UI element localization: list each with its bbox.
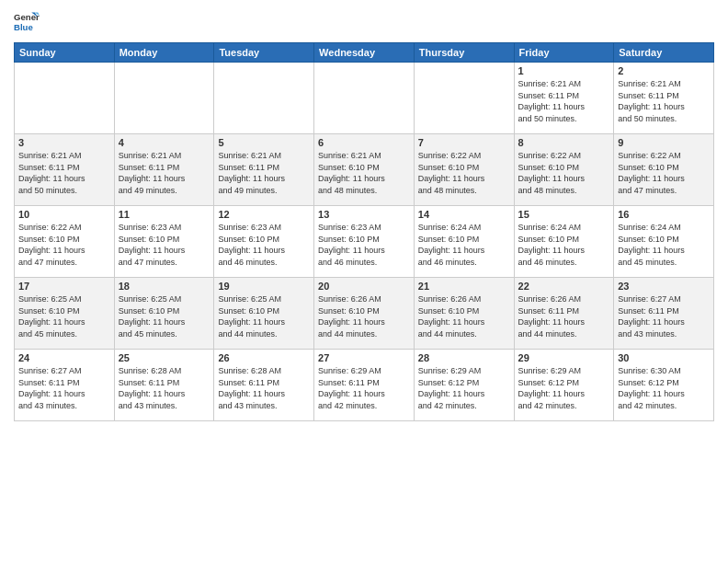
day-info: Sunrise: 6:21 AM Sunset: 6:11 PM Dayligh…: [119, 150, 210, 196]
day-info: Sunrise: 6:21 AM Sunset: 6:11 PM Dayligh…: [518, 78, 610, 124]
day-cell: 23Sunrise: 6:27 AM Sunset: 6:11 PM Dayli…: [614, 278, 714, 350]
day-info: Sunrise: 6:28 AM Sunset: 6:11 PM Dayligh…: [119, 365, 210, 411]
day-number: 19: [218, 281, 310, 292]
day-cell: 19Sunrise: 6:25 AM Sunset: 6:10 PM Dayli…: [214, 278, 314, 350]
day-header-monday: Monday: [114, 43, 214, 63]
day-info: Sunrise: 6:22 AM Sunset: 6:10 PM Dayligh…: [418, 150, 510, 196]
day-info: Sunrise: 6:27 AM Sunset: 6:11 PM Dayligh…: [18, 365, 110, 411]
day-info: Sunrise: 6:24 AM Sunset: 6:10 PM Dayligh…: [418, 222, 510, 268]
day-cell: 17Sunrise: 6:25 AM Sunset: 6:10 PM Dayli…: [15, 278, 115, 350]
day-number: 12: [218, 209, 310, 220]
day-cell: 5Sunrise: 6:21 AM Sunset: 6:11 PM Daylig…: [214, 134, 314, 206]
day-cell: 1Sunrise: 6:21 AM Sunset: 6:11 PM Daylig…: [514, 63, 614, 134]
day-info: Sunrise: 6:21 AM Sunset: 6:11 PM Dayligh…: [18, 150, 110, 196]
day-number: 13: [318, 209, 410, 220]
svg-text:Blue: Blue: [14, 22, 33, 32]
day-info: Sunrise: 6:22 AM Sunset: 6:10 PM Dayligh…: [618, 150, 710, 196]
day-number: 28: [418, 352, 510, 363]
day-info: Sunrise: 6:25 AM Sunset: 6:10 PM Dayligh…: [218, 293, 310, 339]
day-cell: 16Sunrise: 6:24 AM Sunset: 6:10 PM Dayli…: [614, 206, 714, 278]
day-cell: 11Sunrise: 6:23 AM Sunset: 6:10 PM Dayli…: [114, 206, 214, 278]
day-info: Sunrise: 6:23 AM Sunset: 6:10 PM Dayligh…: [318, 222, 410, 268]
day-number: 30: [618, 352, 710, 363]
day-cell: 25Sunrise: 6:28 AM Sunset: 6:11 PM Dayli…: [114, 350, 214, 421]
day-info: Sunrise: 6:21 AM Sunset: 6:11 PM Dayligh…: [218, 150, 310, 196]
day-number: 2: [618, 65, 710, 76]
day-info: Sunrise: 6:25 AM Sunset: 6:10 PM Dayligh…: [119, 293, 210, 339]
day-info: Sunrise: 6:28 AM Sunset: 6:11 PM Dayligh…: [218, 365, 310, 411]
day-number: 20: [318, 281, 410, 292]
day-header-thursday: Thursday: [414, 43, 514, 63]
logo: General Blue: [14, 9, 40, 35]
day-cell: 12Sunrise: 6:23 AM Sunset: 6:10 PM Dayli…: [214, 206, 314, 278]
day-number: 11: [119, 209, 210, 220]
day-number: 3: [18, 137, 110, 148]
day-number: 5: [218, 137, 310, 148]
day-number: 15: [518, 209, 610, 220]
header: General Blue: [14, 9, 714, 35]
day-number: 14: [418, 209, 510, 220]
day-info: Sunrise: 6:29 AM Sunset: 6:12 PM Dayligh…: [518, 365, 610, 411]
day-number: 7: [418, 137, 510, 148]
logo-icon: General Blue: [14, 9, 40, 35]
day-info: Sunrise: 6:26 AM Sunset: 6:10 PM Dayligh…: [418, 293, 510, 339]
page: General Blue SundayMondayTuesdayWednesda…: [0, 0, 728, 563]
day-number: 24: [18, 352, 110, 363]
day-cell: 8Sunrise: 6:22 AM Sunset: 6:10 PM Daylig…: [514, 134, 614, 206]
day-info: Sunrise: 6:23 AM Sunset: 6:10 PM Dayligh…: [119, 222, 210, 268]
day-cell: [414, 63, 514, 134]
day-header-friday: Friday: [514, 43, 614, 63]
day-cell: 13Sunrise: 6:23 AM Sunset: 6:10 PM Dayli…: [314, 206, 415, 278]
day-info: Sunrise: 6:24 AM Sunset: 6:10 PM Dayligh…: [518, 222, 610, 268]
day-cell: 27Sunrise: 6:29 AM Sunset: 6:11 PM Dayli…: [314, 350, 415, 421]
calendar-table: SundayMondayTuesdayWednesdayThursdayFrid…: [14, 42, 714, 421]
day-cell: 10Sunrise: 6:22 AM Sunset: 6:10 PM Dayli…: [15, 206, 115, 278]
day-cell: 22Sunrise: 6:26 AM Sunset: 6:11 PM Dayli…: [514, 278, 614, 350]
day-cell: 20Sunrise: 6:26 AM Sunset: 6:10 PM Dayli…: [314, 278, 415, 350]
day-info: Sunrise: 6:21 AM Sunset: 6:10 PM Dayligh…: [318, 150, 410, 196]
day-number: 10: [18, 209, 110, 220]
day-info: Sunrise: 6:30 AM Sunset: 6:12 PM Dayligh…: [618, 365, 710, 411]
day-info: Sunrise: 6:23 AM Sunset: 6:10 PM Dayligh…: [218, 222, 310, 268]
day-header-saturday: Saturday: [614, 43, 714, 63]
day-number: 22: [518, 281, 610, 292]
day-cell: 24Sunrise: 6:27 AM Sunset: 6:11 PM Dayli…: [15, 350, 115, 421]
day-info: Sunrise: 6:25 AM Sunset: 6:10 PM Dayligh…: [18, 293, 110, 339]
svg-text:General: General: [14, 12, 40, 22]
header-row: SundayMondayTuesdayWednesdayThursdayFrid…: [15, 43, 714, 63]
day-cell: 3Sunrise: 6:21 AM Sunset: 6:11 PM Daylig…: [15, 134, 115, 206]
day-cell: 7Sunrise: 6:22 AM Sunset: 6:10 PM Daylig…: [414, 134, 514, 206]
day-number: 23: [618, 281, 710, 292]
day-cell: [214, 63, 314, 134]
day-header-wednesday: Wednesday: [314, 43, 415, 63]
day-number: 16: [618, 209, 710, 220]
day-number: 27: [318, 352, 410, 363]
day-info: Sunrise: 6:26 AM Sunset: 6:10 PM Dayligh…: [318, 293, 410, 339]
day-number: 17: [18, 281, 110, 292]
week-row-5: 24Sunrise: 6:27 AM Sunset: 6:11 PM Dayli…: [15, 350, 714, 421]
day-info: Sunrise: 6:26 AM Sunset: 6:11 PM Dayligh…: [518, 293, 610, 339]
day-number: 9: [618, 137, 710, 148]
day-number: 4: [119, 137, 210, 148]
day-info: Sunrise: 6:24 AM Sunset: 6:10 PM Dayligh…: [618, 222, 710, 268]
day-cell: 29Sunrise: 6:29 AM Sunset: 6:12 PM Dayli…: [514, 350, 614, 421]
day-number: 29: [518, 352, 610, 363]
day-cell: [314, 63, 415, 134]
day-cell: 6Sunrise: 6:21 AM Sunset: 6:10 PM Daylig…: [314, 134, 415, 206]
day-cell: 21Sunrise: 6:26 AM Sunset: 6:10 PM Dayli…: [414, 278, 514, 350]
day-header-sunday: Sunday: [15, 43, 115, 63]
day-info: Sunrise: 6:27 AM Sunset: 6:11 PM Dayligh…: [618, 293, 710, 339]
week-row-2: 3Sunrise: 6:21 AM Sunset: 6:11 PM Daylig…: [15, 134, 714, 206]
day-cell: [15, 63, 115, 134]
day-info: Sunrise: 6:29 AM Sunset: 6:11 PM Dayligh…: [318, 365, 410, 411]
day-cell: 15Sunrise: 6:24 AM Sunset: 6:10 PM Dayli…: [514, 206, 614, 278]
day-cell: 30Sunrise: 6:30 AM Sunset: 6:12 PM Dayli…: [614, 350, 714, 421]
day-info: Sunrise: 6:22 AM Sunset: 6:10 PM Dayligh…: [18, 222, 110, 268]
day-number: 6: [318, 137, 410, 148]
day-cell: 28Sunrise: 6:29 AM Sunset: 6:12 PM Dayli…: [414, 350, 514, 421]
day-cell: [114, 63, 214, 134]
day-cell: 4Sunrise: 6:21 AM Sunset: 6:11 PM Daylig…: [114, 134, 214, 206]
day-info: Sunrise: 6:22 AM Sunset: 6:10 PM Dayligh…: [518, 150, 610, 196]
day-cell: 9Sunrise: 6:22 AM Sunset: 6:10 PM Daylig…: [614, 134, 714, 206]
day-number: 21: [418, 281, 510, 292]
